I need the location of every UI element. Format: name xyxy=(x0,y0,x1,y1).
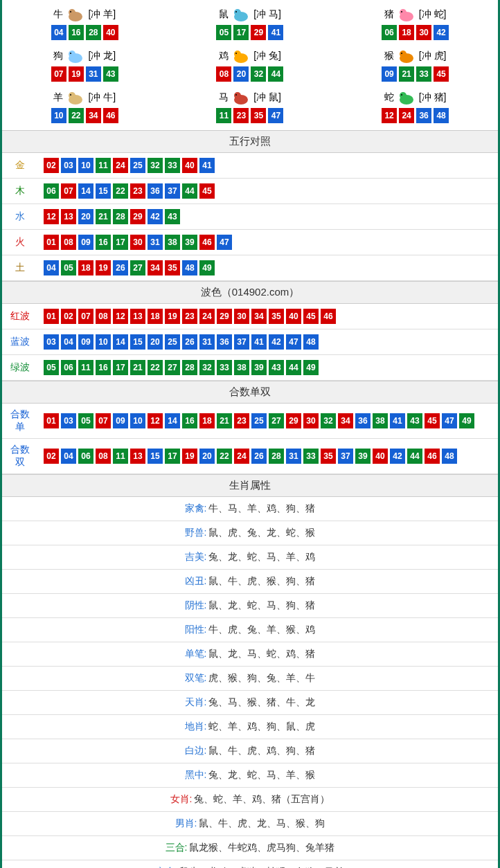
number-ball: 19 xyxy=(182,449,197,464)
svg-point-4 xyxy=(234,9,241,16)
number-ball: 24 xyxy=(399,108,414,123)
number-ball: 44 xyxy=(268,66,283,82)
table-row: 土04051819262734354849 xyxy=(2,255,498,281)
number-ball: 48 xyxy=(182,260,197,275)
number-ball: 11 xyxy=(113,449,128,464)
number-ball: 17 xyxy=(233,25,249,40)
zodiac-name: 猴 xyxy=(384,50,394,62)
number-ball: 21 xyxy=(96,209,111,224)
zodiac-name: 鸡 xyxy=(219,50,229,62)
number-ball: 21 xyxy=(399,66,414,82)
attr-key: 双笔: xyxy=(185,672,207,683)
number-ball: 19 xyxy=(165,309,180,324)
number-ball: 26 xyxy=(182,334,197,350)
number-ball: 08 xyxy=(216,66,231,82)
number-ball: 06 xyxy=(44,183,59,199)
attr-value: 鼠、牛、虎、鸡、狗、猪 xyxy=(208,745,315,756)
number-ball: 35 xyxy=(165,260,180,275)
attr-value: 鼠、虎、兔、龙、蛇、猴 xyxy=(208,527,315,538)
row-numbers: 03040910141520252631363741424748 xyxy=(38,329,498,355)
attr-value: 鼠、龙、蛇、马、狗、猪 xyxy=(208,599,315,611)
attr-key: 野兽: xyxy=(185,527,207,538)
number-ball: 25 xyxy=(130,158,145,173)
number-ball: 09 xyxy=(113,413,128,428)
number-ball: 10 xyxy=(130,413,145,428)
zodiac-cell: 马[冲 鼠]11233547 xyxy=(168,86,333,127)
row-numbers: 04051819262734354849 xyxy=(38,255,498,281)
number-ball: 45 xyxy=(199,183,215,199)
number-ball: 23 xyxy=(130,183,145,199)
rat-icon xyxy=(231,7,251,22)
row-numbers: 1213202128294243 xyxy=(38,204,498,230)
number-ball: 10 xyxy=(78,158,93,173)
number-ball: 12 xyxy=(382,108,397,123)
number-ball: 43 xyxy=(165,209,180,224)
section-header-shuxing: 生肖属性 xyxy=(2,474,498,497)
attr-row: 白边:鼠、牛、虎、鸡、狗、猪 xyxy=(2,739,498,763)
horse-icon xyxy=(231,90,251,105)
number-ball: 22 xyxy=(113,183,128,199)
number-ball: 36 xyxy=(217,334,232,350)
number-ball: 46 xyxy=(425,449,440,464)
number-ball: 17 xyxy=(113,235,128,250)
number-ball: 20 xyxy=(233,66,249,82)
svg-point-13 xyxy=(234,51,241,57)
bose-table: 红波0102070812131819232429303435404546蓝波03… xyxy=(2,304,498,381)
number-ball: 40 xyxy=(103,25,118,40)
number-ball: 01 xyxy=(44,413,59,428)
number-ball: 09 xyxy=(78,235,93,250)
number-ball: 39 xyxy=(182,235,197,250)
attr-key: 吉美: xyxy=(185,551,207,562)
attr-key: 女肖: xyxy=(170,793,193,804)
attr-value: 兔、龙、蛇、马、羊、鸡 xyxy=(208,551,315,562)
number-ball: 41 xyxy=(251,334,267,350)
row-numbers: 0103050709101214161821232527293032343638… xyxy=(38,404,498,439)
number-ball: 13 xyxy=(130,309,145,324)
number-ball: 27 xyxy=(165,360,180,375)
number-ball: 44 xyxy=(407,449,422,464)
number-ball: 48 xyxy=(434,108,449,123)
number-ball: 31 xyxy=(199,334,215,350)
number-ball: 36 xyxy=(416,108,431,123)
attr-value: 兔、蛇、羊、鸡、猪（五宫肖） xyxy=(194,793,330,804)
number-ball: 44 xyxy=(182,183,197,199)
section-header-heshu: 合数单双 xyxy=(2,381,498,404)
number-ball: 27 xyxy=(130,260,145,275)
number-ball: 09 xyxy=(382,66,397,82)
number-ball: 01 xyxy=(44,235,59,250)
number-ball: 24 xyxy=(113,158,128,173)
svg-point-16 xyxy=(400,51,407,57)
number-ball: 31 xyxy=(86,66,101,82)
number-ball: 18 xyxy=(399,25,414,40)
number-ball: 46 xyxy=(103,108,118,123)
svg-point-8 xyxy=(401,11,402,12)
table-row: 水1213202128294243 xyxy=(2,204,498,230)
number-ball: 02 xyxy=(44,449,59,464)
number-ball: 18 xyxy=(199,413,215,428)
number-ball: 49 xyxy=(303,360,319,375)
number-ball: 30 xyxy=(234,309,249,324)
number-ball: 07 xyxy=(61,183,76,199)
attr-value: 兔、龙、蛇、马、羊、猴 xyxy=(208,769,315,780)
number-ball: 41 xyxy=(268,25,283,40)
number-ball: 31 xyxy=(148,235,163,250)
row-numbers: 05061116172122272832333839434449 xyxy=(38,355,498,381)
dog-icon xyxy=(65,48,86,64)
attr-row: 野兽:鼠、虎、兔、龙、蛇、猴 xyxy=(2,521,498,545)
number-ball: 15 xyxy=(96,183,111,199)
number-ball: 35 xyxy=(269,309,284,324)
number-ball: 40 xyxy=(286,309,301,324)
svg-point-7 xyxy=(400,9,407,16)
number-ball: 30 xyxy=(130,235,145,250)
svg-point-23 xyxy=(235,94,237,96)
number-ball: 26 xyxy=(251,449,267,464)
row-label: 合数双 xyxy=(2,439,38,474)
number-ball: 11 xyxy=(216,108,231,123)
svg-point-20 xyxy=(70,94,71,96)
number-ball: 37 xyxy=(165,183,180,199)
number-ball: 48 xyxy=(442,449,457,464)
attr-row: 阴性:鼠、龙、蛇、马、狗、猪 xyxy=(2,594,498,618)
number-ball: 21 xyxy=(130,360,145,375)
number-ball: 42 xyxy=(390,449,405,464)
attr-value: 牛、虎、兔、羊、猴、鸡 xyxy=(208,624,315,635)
